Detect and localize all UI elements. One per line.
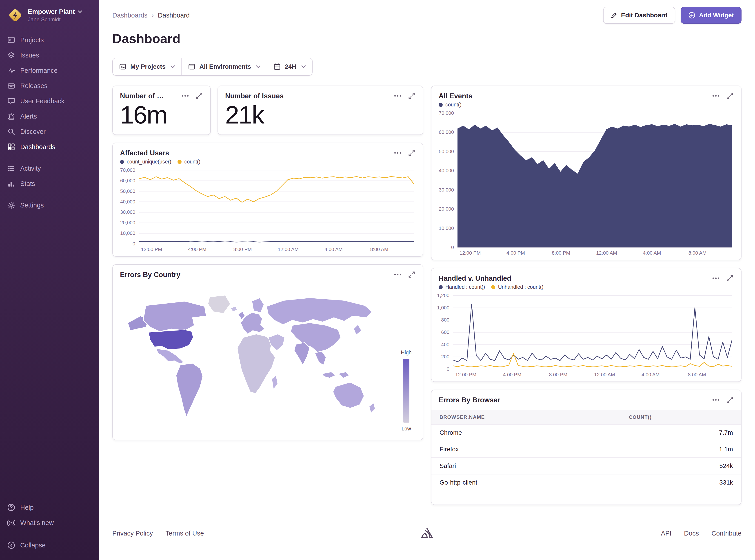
svg-text:20,000: 20,000 <box>439 206 454 212</box>
sidebar-item-user-feedback[interactable]: User Feedback <box>0 94 99 109</box>
widget-expand-button[interactable] <box>408 92 416 100</box>
sidebar-item-label: What's new <box>20 519 54 526</box>
widget-handled-unhandled: Handled v. Unhandled Handled : count() U… <box>431 268 741 382</box>
environment-filter-label: All Environments <box>199 63 251 70</box>
page-footer: Privacy Policy Terms of Use API Docs Con… <box>99 515 755 553</box>
svg-text:12:00 AM: 12:00 AM <box>596 250 617 256</box>
widget-menu-button[interactable] <box>181 94 190 98</box>
widget-menu-button[interactable] <box>393 273 402 276</box>
org-switcher[interactable]: Empower Plant Jane Schmidt <box>0 7 99 23</box>
map-region-madagascar <box>272 376 278 389</box>
chevron-down-icon <box>301 65 306 68</box>
widget-title: Number of Issues <box>225 92 284 100</box>
breadcrumb-separator: › <box>152 12 154 19</box>
svg-text:200: 200 <box>441 354 449 359</box>
table-row: Firefox 1.1m <box>431 441 741 458</box>
legend-label: Unhandled : count() <box>498 284 543 290</box>
chevron-down-icon <box>78 10 82 13</box>
legend-gradient-bar <box>403 359 409 423</box>
sidebar-item-help[interactable]: Help <box>0 500 99 515</box>
svg-text:4:00 AM: 4:00 AM <box>643 250 661 256</box>
map-region-australia <box>333 382 364 408</box>
sidebar-item-collapse[interactable]: Collapse <box>0 538 99 553</box>
terms-of-use-link[interactable]: Terms of Use <box>166 530 204 537</box>
topbar: Dashboards › Dashboard Edit Dashboard Ad… <box>99 0 755 24</box>
sidebar-bottom: Help What's new Collapse <box>0 500 99 553</box>
map-region-usa <box>149 329 193 349</box>
svg-text:4:00 PM: 4:00 PM <box>506 250 525 256</box>
svg-text:12:00 PM: 12:00 PM <box>141 246 162 252</box>
svg-text:12:00 AM: 12:00 AM <box>594 372 615 377</box>
widget-expand-button[interactable] <box>195 92 203 100</box>
widget-menu-button[interactable] <box>711 398 720 402</box>
widget-menu-button[interactable] <box>393 94 402 98</box>
chart-legend: count_unique(user) count() <box>113 157 423 165</box>
widget-expand-button[interactable] <box>726 274 734 282</box>
count-cell: 7.7m <box>621 424 741 441</box>
api-link[interactable]: API <box>661 530 672 537</box>
browser-name-cell: Chrome <box>431 424 621 441</box>
map-region-india <box>294 343 310 365</box>
sidebar-item-discover[interactable]: Discover <box>0 124 99 139</box>
legend-dot-purple <box>120 160 124 164</box>
grid-column-left: Number of Errors 16m Number of Issues <box>112 85 423 440</box>
sidebar-item-label: Issues <box>20 52 39 59</box>
widget-expand-button[interactable] <box>408 271 416 279</box>
alerts-icon <box>7 112 15 120</box>
footer-left-links: Privacy Policy Terms of Use <box>112 530 420 537</box>
widget-menu-button[interactable] <box>393 151 402 155</box>
sidebar-item-issues[interactable]: Issues <box>0 47 99 63</box>
privacy-policy-link[interactable]: Privacy Policy <box>112 530 153 537</box>
svg-text:4:00 AM: 4:00 AM <box>325 246 343 252</box>
legend-label: count() <box>184 159 200 165</box>
chevron-down-icon <box>171 65 175 68</box>
browser-table: BROWSER.NAME COUNT() Chrome 7.7m <box>431 410 741 504</box>
map-region-canada <box>143 301 206 332</box>
calendar-icon <box>273 63 280 70</box>
add-widget-button[interactable]: Add Widget <box>681 7 741 24</box>
map-region-russia <box>267 298 372 324</box>
contribute-link[interactable]: Contribute <box>711 530 741 537</box>
edit-dashboard-button[interactable]: Edit Dashboard <box>603 7 675 24</box>
widget-expand-button[interactable] <box>726 92 734 100</box>
sidebar-item-label: Releases <box>20 82 47 89</box>
sidebar-item-settings[interactable]: Settings <box>0 198 99 213</box>
chevron-down-icon <box>256 65 260 68</box>
breadcrumb-dashboards-link[interactable]: Dashboards <box>112 12 148 19</box>
project-filter[interactable]: My Projects <box>113 58 181 75</box>
kpi-value: 16m <box>113 100 210 128</box>
handled-unhandled-chart: 02004006008001,0001,20012:00 PM4:00 PM8:… <box>434 292 737 378</box>
table-row: Go-http-client 331k <box>431 474 741 491</box>
sidebar-item-whats-new[interactable]: What's new <box>0 515 99 531</box>
map-region-iceland <box>230 306 237 312</box>
environment-filter[interactable]: All Environments <box>181 58 267 75</box>
sidebar-item-releases[interactable]: Releases <box>0 78 99 94</box>
widget-title: Number of Errors <box>120 92 167 100</box>
map-region-mexico <box>156 349 184 363</box>
sidebar-item-projects[interactable]: Projects <box>0 32 99 47</box>
edit-dashboard-label: Edit Dashboard <box>621 12 667 19</box>
svg-text:40,000: 40,000 <box>439 168 454 173</box>
svg-text:30,000: 30,000 <box>120 209 135 215</box>
widget-expand-button[interactable] <box>726 396 734 404</box>
sidebar-item-performance[interactable]: Performance <box>0 63 99 78</box>
sidebar-item-stats[interactable]: Stats <box>0 176 99 191</box>
count-cell: 524k <box>621 458 741 474</box>
map-region-new-zealand <box>369 403 375 413</box>
sidebar-item-activity[interactable]: Activity <box>0 161 99 176</box>
broadcast-icon <box>7 519 15 527</box>
sidebar-item-alerts[interactable]: Alerts <box>0 109 99 124</box>
widget-title: Affected Users <box>120 149 169 157</box>
widget-expand-button[interactable] <box>408 149 416 157</box>
projects-icon <box>119 63 126 70</box>
sidebar-item-dashboards[interactable]: Dashboards <box>0 139 99 155</box>
docs-link[interactable]: Docs <box>684 530 699 537</box>
legend-dot-purple <box>439 103 443 107</box>
widget-menu-button[interactable] <box>711 276 720 280</box>
svg-text:12:00 PM: 12:00 PM <box>455 372 476 377</box>
svg-text:12:00 PM: 12:00 PM <box>460 250 481 256</box>
legend-low-label: Low <box>402 426 411 432</box>
widget-menu-button[interactable] <box>711 94 720 98</box>
sidebar-item-label: User Feedback <box>20 97 64 105</box>
time-range-filter[interactable]: 24H <box>267 58 312 75</box>
